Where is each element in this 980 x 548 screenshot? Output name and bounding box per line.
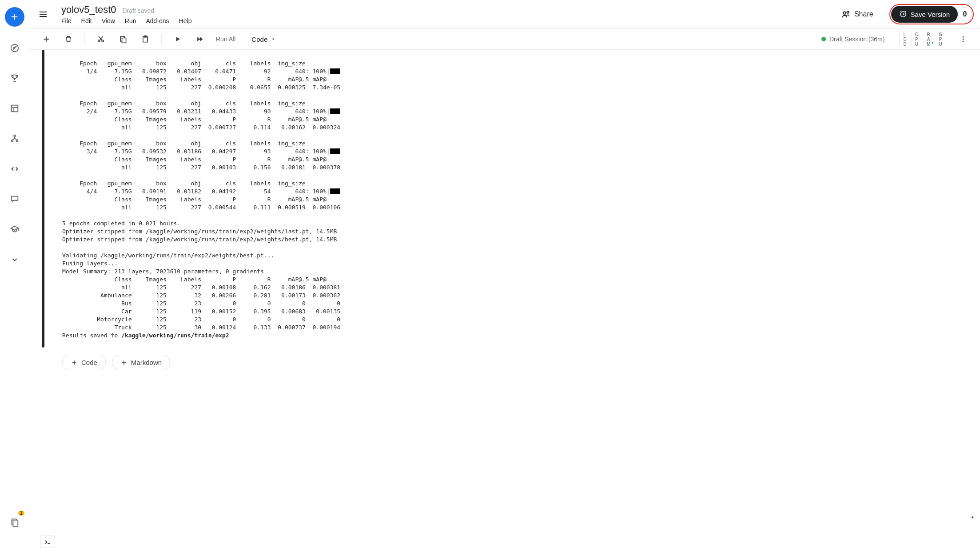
status-dot-icon: [821, 37, 826, 41]
progress-bar-icon: [330, 188, 340, 194]
menu-file[interactable]: File: [61, 17, 72, 24]
discussion-icon[interactable]: [6, 190, 24, 208]
svg-rect-21: [122, 38, 126, 43]
progress-bar-icon: [330, 108, 340, 114]
notebook-title[interactable]: yolov5_test0: [61, 4, 116, 16]
events-badge: 1: [18, 511, 24, 516]
svg-point-18: [98, 40, 100, 42]
compass-icon[interactable]: [6, 39, 24, 57]
copy-button[interactable]: [117, 33, 129, 45]
menu-run[interactable]: Run: [125, 17, 136, 24]
svg-point-29: [963, 39, 964, 40]
add-markdown-label: Markdown: [131, 359, 162, 366]
svg-rect-2: [11, 105, 18, 112]
ram-meter[interactable]: RAM: [927, 32, 931, 47]
svg-point-5: [14, 135, 16, 137]
save-version-label: Save Version: [911, 11, 950, 18]
toolbar: Run All Code Draft Session (36m) HDD CPU…: [29, 28, 980, 50]
svg-rect-9: [13, 520, 18, 526]
code-icon[interactable]: [6, 160, 24, 178]
gpu-meter[interactable]: GPU: [939, 32, 943, 47]
expand-panel-icon[interactable]: [968, 512, 977, 522]
svg-marker-27: [272, 39, 275, 40]
add-code-label: Code: [81, 359, 97, 366]
session-label: Draft Session (36m): [829, 36, 884, 43]
progress-bar-icon: [330, 148, 340, 154]
cell-indicator[interactable]: [42, 50, 44, 348]
svg-point-14: [847, 11, 849, 13]
svg-point-28: [963, 36, 964, 38]
menu-addons[interactable]: Add-ons: [146, 17, 169, 24]
progress-bar-icon: [330, 68, 340, 74]
share-button[interactable]: Share: [841, 9, 873, 19]
paste-button[interactable]: [139, 33, 151, 45]
learn-icon[interactable]: [6, 220, 24, 238]
delete-cell-button[interactable]: [62, 33, 75, 45]
svg-marker-1: [13, 47, 16, 49]
add-markdown-button[interactable]: Markdown: [112, 355, 170, 370]
svg-marker-24: [176, 37, 180, 41]
cut-button[interactable]: [95, 33, 107, 45]
table-icon[interactable]: [6, 100, 24, 117]
cell-type-select[interactable]: Code: [251, 36, 276, 43]
expand-more-icon[interactable]: [6, 251, 24, 268]
svg-point-7: [16, 140, 18, 142]
cpu-meter[interactable]: CPU: [915, 32, 919, 47]
draft-saved-label: Draft saved: [123, 7, 155, 14]
hdd-meter[interactable]: HDD: [903, 32, 907, 47]
version-count[interactable]: 0: [958, 7, 972, 21]
menubar: File Edit View Run Add-ons Help: [61, 17, 191, 24]
resource-meters: HDD CPU RAM GPU: [903, 32, 943, 47]
more-options-icon[interactable]: [957, 33, 969, 45]
cell-type-label: Code: [251, 36, 267, 43]
svg-point-19: [102, 40, 104, 42]
notebook-area: Epoch gpu_mem box obj cls labels img_siz…: [29, 50, 980, 548]
add-code-button[interactable]: Code: [62, 355, 106, 370]
topbar: yolov5_test0 Draft saved File Edit View …: [29, 0, 980, 28]
run-all-label[interactable]: Run All: [216, 36, 235, 43]
menu-edit[interactable]: Edit: [81, 17, 92, 24]
cell-output: Epoch gpu_mem box obj cls labels img_siz…: [62, 50, 340, 348]
svg-point-30: [963, 41, 964, 42]
output-cell: Epoch gpu_mem box obj cls labels img_siz…: [42, 50, 980, 348]
save-version-button[interactable]: Save Version: [891, 6, 958, 23]
svg-point-13: [843, 12, 846, 15]
save-version-highlight: Save Version 0: [889, 4, 974, 24]
run-cell-button[interactable]: [171, 33, 184, 45]
add-cell-button[interactable]: [40, 33, 52, 45]
run-all-button-icon[interactable]: [194, 33, 206, 45]
left-rail: + 1: [0, 0, 29, 548]
trophy-icon[interactable]: [6, 69, 24, 87]
active-events-icon[interactable]: 1: [6, 513, 24, 531]
svg-point-6: [11, 140, 13, 142]
model-icon[interactable]: [6, 130, 24, 148]
share-label: Share: [854, 10, 873, 18]
svg-marker-26: [200, 37, 203, 41]
console-toggle-icon[interactable]: [40, 536, 55, 548]
svg-marker-36: [972, 516, 973, 519]
menu-help[interactable]: Help: [179, 17, 192, 24]
svg-marker-25: [197, 37, 200, 41]
create-button[interactable]: +: [5, 7, 24, 27]
add-cell-row: Code Markdown: [62, 355, 980, 370]
hamburger-icon[interactable]: [36, 7, 51, 22]
menu-view[interactable]: View: [102, 17, 115, 24]
session-status[interactable]: Draft Session (36m): [821, 36, 884, 43]
